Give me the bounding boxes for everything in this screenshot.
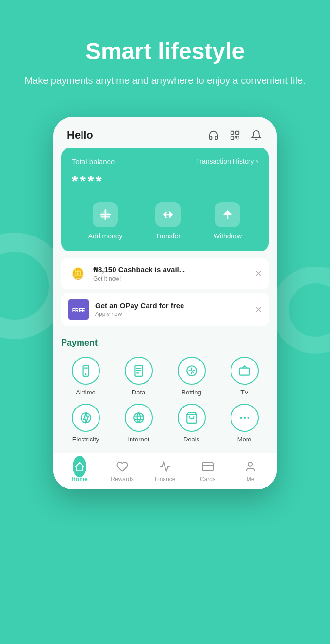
header-icons: [207, 128, 263, 142]
svg-rect-21: [202, 463, 213, 471]
payment-title: Payment: [61, 338, 269, 348]
payment-tv[interactable]: TV: [220, 357, 269, 396]
bell-icon[interactable]: [249, 128, 263, 142]
nav-finance[interactable]: Finance: [144, 460, 186, 483]
hero-section: Smart lifestyle Make payments anytime an…: [0, 0, 330, 102]
payment-airtime[interactable]: Airtime: [61, 357, 110, 396]
card-banner-icon: FREE: [68, 299, 89, 320]
svg-point-18: [240, 417, 241, 418]
transfer-label: Transfer: [155, 232, 181, 240]
banners: 🪙 ₦8,150 Cashback is avail... Get it now…: [53, 258, 277, 329]
balance-card: Total balance Transaction History › ****…: [61, 148, 269, 251]
svg-rect-12: [239, 368, 250, 375]
airtime-icon: [72, 357, 100, 385]
balance-label: Total balance: [72, 157, 115, 166]
add-money-icon: [93, 202, 118, 227]
cashback-text: ₦8,150 Cashback is avail... Get it now!: [93, 266, 249, 282]
balance-actions: Add money Transfer: [72, 202, 258, 240]
nav-me[interactable]: Me: [229, 460, 272, 483]
phone-header: Hello: [53, 117, 277, 148]
phone-greeting: Hello: [67, 129, 93, 141]
headset-icon[interactable]: [207, 128, 220, 142]
svg-point-19: [244, 417, 245, 418]
withdraw-icon: [215, 202, 240, 227]
cards-icon: [201, 460, 214, 473]
tv-icon: [231, 357, 259, 385]
cashback-close-button[interactable]: ✕: [255, 268, 262, 279]
tv-label: TV: [240, 389, 248, 396]
transfer-button[interactable]: Transfer: [155, 202, 181, 240]
add-money-button[interactable]: Add money: [88, 202, 123, 240]
cashback-title: ₦8,150 Cashback is avail...: [93, 266, 249, 274]
cashback-banner[interactable]: 🪙 ₦8,150 Cashback is avail... Get it now…: [61, 258, 269, 289]
data-label: Data: [132, 389, 145, 396]
svg-rect-3: [100, 216, 110, 217]
nav-cards[interactable]: Cards: [186, 460, 229, 483]
payment-deals[interactable]: Deals: [167, 404, 216, 443]
finance-icon: [158, 460, 172, 473]
me-icon: [244, 460, 257, 473]
bottom-nav: Home Rewards Finance: [53, 453, 277, 489]
card-banner-title: Get an OPay Card for free: [95, 301, 249, 310]
payment-more[interactable]: More: [220, 404, 269, 443]
airtime-label: Airtime: [76, 389, 95, 396]
payment-section: Payment Airtime: [53, 329, 277, 448]
internet-icon: [125, 404, 153, 432]
internet-label: Internet: [128, 436, 149, 443]
svg-rect-1: [236, 131, 239, 134]
card-banner-text: Get an OPay Card for free Apply now: [95, 301, 249, 317]
me-nav-label: Me: [247, 476, 255, 483]
svg-point-14: [134, 413, 144, 423]
cashback-icon: 🪙: [68, 264, 87, 283]
balance-amount: ****: [72, 173, 258, 190]
cards-nav-label: Cards: [200, 476, 215, 483]
nav-home[interactable]: Home: [58, 460, 101, 483]
electricity-label: Electricity: [72, 436, 99, 443]
cashback-sub: Get it now!: [93, 275, 249, 282]
payment-electricity[interactable]: Electricity: [61, 404, 110, 443]
svg-point-20: [248, 417, 248, 418]
betting-icon: [178, 357, 206, 385]
payment-data[interactable]: Data: [114, 357, 163, 396]
card-banner-sub: Apply now: [95, 311, 249, 317]
phone-mockup: Hello: [53, 117, 277, 489]
add-money-label: Add money: [88, 232, 123, 240]
withdraw-button[interactable]: Withdraw: [214, 202, 242, 240]
home-icon: [73, 460, 86, 473]
svg-rect-2: [231, 136, 234, 139]
rewards-icon: [116, 460, 129, 473]
payment-internet[interactable]: Internet: [114, 404, 163, 443]
deals-label: Deals: [183, 436, 199, 443]
home-nav-label: Home: [71, 476, 87, 483]
transaction-history-link[interactable]: Transaction History ›: [196, 157, 258, 165]
finance-nav-label: Finance: [155, 476, 176, 483]
svg-rect-0: [231, 131, 234, 134]
electricity-icon: [72, 404, 100, 432]
withdraw-label: Withdraw: [214, 232, 242, 240]
balance-top: Total balance Transaction History ›: [72, 157, 258, 166]
nav-rewards[interactable]: Rewards: [101, 460, 144, 483]
data-icon: [125, 357, 153, 385]
hero-title: Smart lifestyle: [19, 39, 311, 64]
payment-betting[interactable]: Betting: [167, 357, 216, 396]
payment-grid: Airtime Data: [61, 357, 269, 443]
deals-icon: [178, 404, 206, 432]
betting-label: Betting: [182, 389, 201, 396]
card-banner-close-button[interactable]: ✕: [255, 304, 262, 315]
card-banner[interactable]: FREE Get an OPay Card for free Apply now…: [61, 293, 269, 326]
more-label: More: [237, 436, 252, 443]
svg-point-23: [248, 462, 252, 466]
transfer-icon: [155, 202, 181, 227]
scan-icon[interactable]: [228, 128, 242, 142]
rewards-nav-label: Rewards: [111, 476, 133, 483]
hero-subtitle: Make payments anytime and anywhere to en…: [19, 73, 311, 88]
more-icon: [231, 404, 259, 432]
